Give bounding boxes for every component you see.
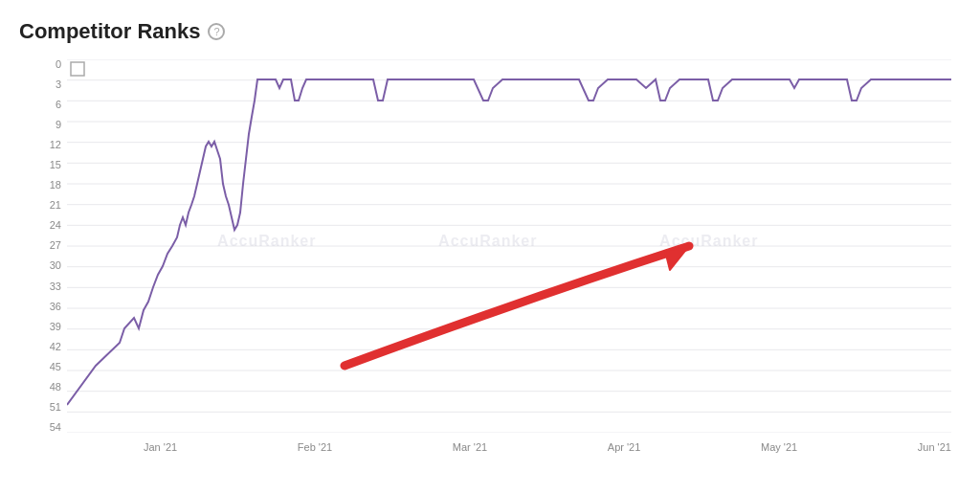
y-label-42: 42: [50, 342, 61, 352]
y-label-12: 12: [50, 140, 61, 150]
y-label-9: 9: [56, 120, 61, 130]
x-label-jan: Jan '21: [144, 441, 177, 453]
chart-title: Competitor Ranks: [19, 19, 200, 44]
y-label-36: 36: [50, 302, 61, 312]
y-label-6: 6: [56, 100, 61, 110]
y-label-51: 51: [50, 402, 61, 413]
y-label-30: 30: [50, 260, 61, 271]
y-label-3: 3: [56, 79, 61, 90]
page-container: Competitor Ranks ? 0 3 6 9 12 15 18 21 2…: [0, 0, 980, 494]
y-label-15: 15: [50, 160, 61, 170]
y-label-33: 33: [50, 281, 61, 292]
x-label-jun: Jun '21: [918, 441, 951, 453]
y-label-27: 27: [50, 240, 61, 251]
y-label-21: 21: [50, 200, 61, 211]
chart-header: Competitor Ranks ?: [19, 19, 961, 44]
y-label-0: 0: [56, 59, 61, 70]
chart-area: 0 3 6 9 12 15 18 21 24 27 30 33 36 39 42…: [19, 59, 961, 461]
y-label-45: 45: [50, 362, 61, 372]
help-icon[interactable]: ?: [208, 23, 225, 40]
y-label-18: 18: [50, 180, 61, 191]
svg-text:AccuRanker: AccuRanker: [438, 233, 537, 249]
red-arrow-body: [345, 246, 689, 366]
y-label-48: 48: [50, 382, 61, 393]
y-label-39: 39: [50, 322, 61, 332]
y-label-24: 24: [50, 220, 61, 231]
x-axis: Jan '21 Feb '21 Mar '21 Apr '21 May '21 …: [67, 433, 951, 461]
grid-lines: AccuRanker AccuRanker AccuRanker: [67, 59, 951, 433]
x-label-mar: Mar '21: [453, 441, 487, 453]
x-label-feb: Feb '21: [298, 441, 332, 453]
svg-rect-22: [71, 62, 84, 76]
y-axis: 0 3 6 9 12 15 18 21 24 27 30 33 36 39 42…: [19, 59, 67, 433]
x-label-apr: Apr '21: [608, 441, 641, 453]
svg-text:AccuRanker: AccuRanker: [217, 233, 316, 249]
x-label-may: May '21: [761, 441, 797, 453]
y-label-54: 54: [50, 422, 61, 433]
